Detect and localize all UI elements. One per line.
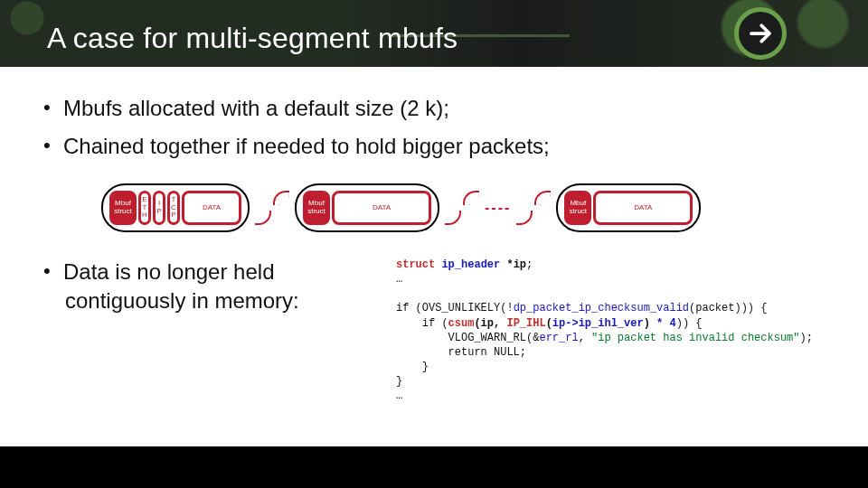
- header-band: A case for multi-segment mbufs: [0, 0, 868, 67]
- code-token: (: [546, 317, 552, 330]
- arrow-right-icon: [747, 20, 774, 47]
- code-token: }: [396, 361, 429, 373]
- page-title: A case for multi-segment mbufs: [47, 22, 458, 55]
- code-token: ,: [579, 332, 591, 344]
- code-token: )) {: [676, 317, 703, 330]
- mbuf-struct-cell: Mbuf struct: [303, 191, 330, 225]
- code-token: (packet))) {: [689, 302, 767, 314]
- code-token: return NULL;: [396, 346, 526, 359]
- mbuf-node-3: Mbuf struct DATA: [556, 183, 701, 232]
- code-token: struct: [396, 258, 435, 271]
- data-cell: DATA: [593, 191, 693, 225]
- bullet-1: Mbufs allocated with a default size (2 k…: [38, 94, 830, 123]
- code-token: IP_IHL: [506, 317, 545, 330]
- bullet-2: Chained together if needed to hold bigge…: [38, 132, 830, 161]
- chain-link-icon: [445, 211, 461, 225]
- eth-header-cell: E T H: [138, 191, 151, 225]
- code-token: csum: [448, 317, 475, 330]
- mbuf-node-1: Mbuf struct E T H I P T C P DATA: [101, 183, 250, 232]
- code-token: * 4: [656, 317, 676, 330]
- mbuf-struct-cell: Mbuf struct: [564, 191, 591, 225]
- data-cell: DATA: [182, 191, 241, 225]
- chain-link-icon: [255, 211, 271, 225]
- chain-link-icon: [273, 191, 289, 205]
- code-token: …: [396, 389, 402, 402]
- code-token: err_rl: [539, 332, 578, 344]
- code-token: ;: [526, 258, 533, 271]
- bullet-3-line1: Data is no longer held: [63, 259, 274, 284]
- code-token: …: [396, 273, 402, 286]
- code-token: *ip: [506, 258, 526, 271]
- arrow-badge-icon: [734, 7, 787, 60]
- code-token: if (OVS_UNLIKELY(!: [396, 302, 514, 314]
- code-token: ip_header: [435, 258, 506, 271]
- code-token: ip->ip_ihl_ver: [552, 317, 644, 330]
- ip-header-cell: I P: [153, 191, 165, 225]
- bullet-list: Mbufs allocated with a default size (2 k…: [38, 94, 830, 162]
- ellipsis-dashes: ----: [485, 200, 511, 216]
- content-area: Mbufs allocated with a default size (2 k…: [0, 67, 868, 404]
- mbuf-node-2: Mbuf struct DATA: [295, 183, 439, 232]
- code-token: ): [644, 317, 656, 330]
- chain-link-icon: [463, 191, 479, 205]
- bullet-list-2: Data is no longer held contiguously in m…: [38, 258, 373, 316]
- bullet-3: Data is no longer held contiguously in m…: [38, 258, 373, 316]
- code-token: "ip packet has invalid checksum": [591, 332, 799, 344]
- lower-row: Data is no longer held contiguously in m…: [38, 258, 830, 404]
- mbuf-struct-cell: Mbuf struct: [109, 191, 137, 225]
- footer-bar: [0, 446, 868, 488]
- mbuf-chain-diagram: Mbuf struct E T H I P T C P DATA Mbuf st…: [101, 183, 830, 232]
- chain-link-icon: [516, 211, 533, 225]
- code-snippet: struct ip_header *ip; … if (OVS_UNLIKELY…: [396, 258, 813, 404]
- code-token: if (: [396, 317, 448, 330]
- data-cell: DATA: [332, 191, 431, 225]
- chain-link-icon: [534, 191, 551, 205]
- tcp-header-cell: T C P: [167, 191, 180, 225]
- code-token: );: [800, 332, 813, 344]
- code-token: }: [396, 375, 402, 388]
- code-token: (ip,: [474, 317, 506, 330]
- bullet-3-line2: contiguously in memory:: [65, 288, 299, 313]
- code-token: dp_packet_ip_checksum_valid: [514, 302, 689, 314]
- code-token: VLOG_WARN_RL(&: [396, 332, 539, 344]
